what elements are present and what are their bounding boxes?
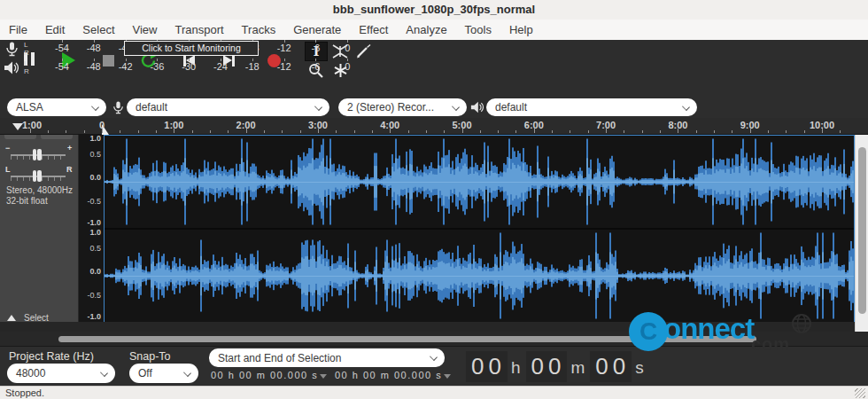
timeline-tick: [84, 130, 85, 133]
timeline-ruler[interactable]: 1:00 01:002:003:004:005:006:007:008:009:…: [0, 118, 868, 135]
project-rate-value: 48000: [16, 367, 45, 379]
menu-effect[interactable]: Effect: [350, 20, 397, 40]
menu-help[interactable]: Help: [500, 20, 542, 40]
play-meter-scale-label: -30: [182, 61, 196, 72]
horizontal-scrollbar[interactable]: [0, 332, 868, 346]
chevron-down-icon: [430, 353, 438, 361]
play-meter-left-label: L: [24, 59, 27, 67]
draw-tool-button[interactable]: [353, 43, 375, 60]
timeline-tick: [696, 130, 697, 133]
project-rate-dropdown[interactable]: 48000: [7, 364, 115, 383]
play-meter-scale-label: -24: [213, 61, 228, 72]
timeline-tick: [318, 129, 319, 133]
audio-position-display[interactable]: 00h00m00s: [464, 348, 647, 385]
position-unit: m: [570, 358, 585, 378]
position-digits[interactable]: 00: [466, 351, 508, 382]
chevron-down-icon: [183, 369, 191, 377]
solo-button[interactable]: Solo: [41, 135, 73, 139]
menu-bar: FileEditSelectViewTransportTracksGenerat…: [0, 20, 868, 40]
speaker-icon: [470, 101, 484, 113]
timeline-tick: [840, 130, 841, 133]
status-bar: Stopped.: [0, 386, 868, 399]
timeline-tick: [300, 130, 301, 133]
play-meter-scale-label: -42: [119, 61, 133, 72]
resize-grip[interactable]: [855, 388, 865, 398]
timeline-tick: [462, 129, 463, 133]
mute-button[interactable]: Mute: [4, 135, 36, 139]
position-digits[interactable]: 00: [526, 351, 568, 382]
timeline-tick: [138, 130, 139, 133]
recording-channels-dropdown[interactable]: 2 (Stereo) Recor...: [338, 98, 467, 116]
timeline-tick: [156, 130, 157, 133]
timeline-tick: [30, 129, 31, 133]
play-meter-scale-label: 0: [345, 61, 350, 72]
selection-mode-value: Start and End of Selection: [218, 352, 341, 364]
amplitude-scale-label: 0.0: [89, 173, 101, 182]
amplitude-scale-label: -1.0: [87, 218, 101, 227]
playback-device-dropdown[interactable]: default: [486, 98, 697, 116]
play-meter-scale-label: -12: [277, 61, 291, 72]
position-unit: s: [635, 358, 644, 378]
timeline-tick: [768, 130, 769, 133]
timeline-tick: [732, 130, 732, 133]
track-area-lower-gap: [0, 322, 855, 332]
track-format-info: Stereo, 48000Hz: [6, 185, 73, 195]
timeline-tick: [354, 130, 355, 133]
menu-generate[interactable]: Generate: [284, 20, 350, 40]
microphone-icon: [112, 100, 124, 115]
position-digits[interactable]: 00: [590, 351, 632, 382]
collapse-track-icon[interactable]: [7, 315, 16, 321]
track-control-panel[interactable]: Mute Solo − + L R Stereo, 48000Hz 32-bit…: [0, 135, 79, 322]
stop-icon: [103, 55, 114, 66]
pan-right-label: R: [66, 165, 73, 174]
gain-slider[interactable]: [11, 149, 66, 161]
horizontal-scrollbar-thumb[interactable]: [58, 336, 756, 342]
selection-start-field[interactable]: 00 h 00 m 00.000 s: [211, 370, 327, 380]
recording-channels-value: 2 (Stereo) Recor...: [347, 101, 434, 113]
menu-tracks[interactable]: Tracks: [233, 20, 285, 40]
menu-edit[interactable]: Edit: [36, 20, 74, 40]
vertical-scrollbar[interactable]: [855, 135, 868, 332]
selection-end-field[interactable]: 00 h 00 m 00.000 s: [335, 370, 451, 380]
monitoring-tooltip[interactable]: Click to Start Monitoring: [124, 41, 259, 56]
timeline-tick: [264, 130, 265, 133]
timeline-tick: [588, 130, 589, 133]
timeline-tick: [714, 130, 715, 133]
device-toolbar: ALSA default 2 (Stereo) Recor... default: [0, 98, 868, 118]
timeline-tick: [102, 129, 103, 133]
menu-tools[interactable]: Tools: [456, 20, 500, 40]
snap-to-dropdown[interactable]: Off: [129, 364, 198, 383]
waveform-canvas[interactable]: [105, 136, 854, 322]
record-meter-scale-label: -54: [55, 43, 69, 53]
timeline-tick: [246, 129, 247, 133]
track-select-button[interactable]: Select: [24, 313, 49, 322]
timeline-tick: [570, 130, 570, 133]
speaker-icon: [4, 61, 19, 74]
vertical-scrollbar-thumb[interactable]: [858, 147, 866, 314]
play-meter-scale-label: -6: [312, 61, 321, 72]
amplitude-scale-label: 0.0: [89, 267, 101, 276]
chevron-down-icon: [452, 103, 460, 111]
microphone-icon: [5, 42, 19, 57]
timeline-tick: [642, 130, 643, 133]
audio-host-dropdown[interactable]: ALSA: [7, 98, 106, 116]
timeline-tick: [48, 130, 49, 133]
vertical-scale-ruler[interactable]: 1.00.50.0-0.5-1.01.00.50.0-0.5-1.0: [79, 135, 105, 322]
waveform-display[interactable]: [104, 135, 855, 324]
menu-view[interactable]: View: [124, 20, 167, 40]
timeline-tick: [822, 129, 823, 133]
menu-file[interactable]: File: [0, 20, 36, 40]
timeline-tick: [606, 129, 607, 133]
pan-slider[interactable]: [11, 170, 66, 183]
play-meter-right-label: R: [24, 67, 29, 75]
timeline-tick: [678, 129, 678, 133]
selection-mode-dropdown[interactable]: Start and End of Selection: [209, 348, 445, 367]
recording-device-dropdown[interactable]: default: [127, 98, 329, 116]
record-meter-scale-label: -12: [277, 43, 291, 53]
menu-transport[interactable]: Transport: [166, 20, 232, 40]
menu-analyze[interactable]: Analyze: [397, 20, 455, 40]
position-unit: h: [511, 358, 521, 378]
amplitude-scale-label: 1.0: [89, 228, 101, 237]
timeline-tick: [192, 130, 193, 133]
menu-select[interactable]: Select: [74, 20, 123, 40]
